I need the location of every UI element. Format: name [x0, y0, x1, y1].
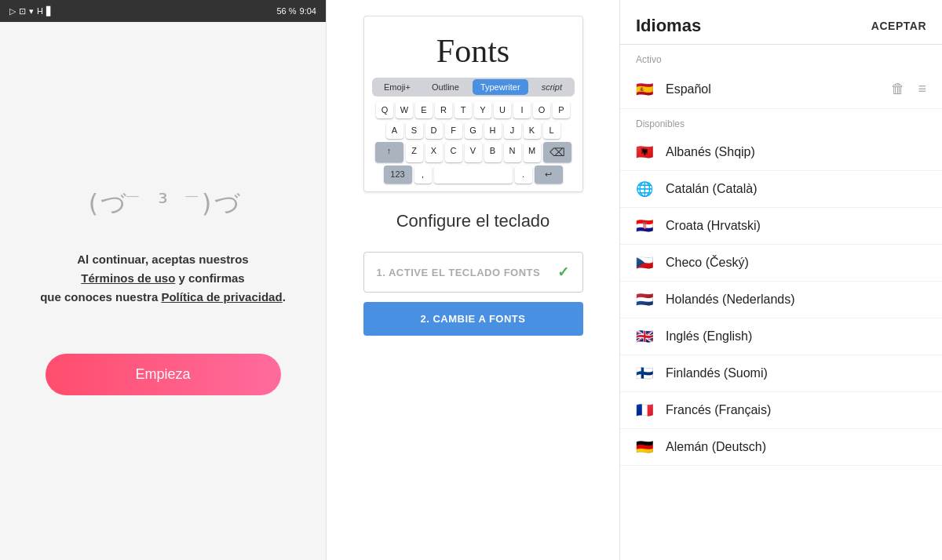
lang-name-croata: Croata (Hrvatski) — [666, 219, 926, 233]
key-u[interactable]: U — [494, 101, 511, 118]
key-row-3: ↑ Z X C V B N M ⌫ — [372, 142, 575, 162]
tab-outline[interactable]: Outline — [424, 79, 467, 95]
key-h[interactable]: H — [484, 122, 502, 139]
step1-button[interactable]: 1. ACTIVE EL TECLADO FONTS ✓ — [363, 252, 583, 293]
key-n[interactable]: N — [504, 142, 521, 162]
lang-item-ingles[interactable]: 🇬🇧 Inglés (English) — [620, 318, 942, 355]
lang-name-albanes: Albanés (Shqip) — [666, 145, 926, 159]
lang-item-aleman[interactable]: 🇩🇪 Alemán (Deutsch) — [620, 429, 942, 466]
languages-title: Idiomas — [636, 16, 701, 36]
key-comma[interactable]: , — [414, 165, 432, 184]
tab-script[interactable]: script — [534, 79, 570, 95]
key-123[interactable]: 123 — [384, 165, 412, 184]
lang-name-finlandes: Finlandés (Suomi) — [666, 366, 926, 380]
flag-finlandes: 🇫🇮 — [636, 366, 655, 380]
media-icon: ⊡ — [19, 6, 26, 16]
lang-item-espanol[interactable]: 🇪🇸 Español 🗑 ≡ — [620, 70, 942, 109]
flag-espanol: 🇪🇸 — [636, 82, 655, 96]
lang-name-frances: Francés (Français) — [666, 403, 926, 417]
key-t[interactable]: T — [455, 101, 472, 118]
lang-item-catalan[interactable]: 🌐 Catalán (Català) — [620, 171, 942, 208]
key-g[interactable]: G — [465, 122, 482, 139]
time-text: 9:04 — [300, 6, 316, 16]
step1-label: 1. ACTIVE EL TECLADO FONTS — [377, 267, 541, 278]
fonts-title: Fonts — [372, 32, 575, 70]
lang-item-albanes[interactable]: 🇦🇱 Albanés (Shqip) — [620, 134, 942, 171]
tab-emoji[interactable]: Emoji+ — [376, 79, 418, 95]
step2-button[interactable]: 2. CAMBIE A FONTS — [363, 302, 583, 336]
languages-panel: Idiomas ACEPTAR Activo 🇪🇸 Español 🗑 ≡ Di… — [620, 0, 942, 560]
font-tabs: Emoji+ Outline Typewriter script — [372, 78, 575, 96]
key-c[interactable]: C — [445, 142, 462, 162]
lang-item-checo[interactable]: 🇨🇿 Checo (Český) — [620, 245, 942, 282]
flag-albanes: 🇦🇱 — [636, 145, 655, 159]
key-row-2: A S D F G H J K L — [372, 122, 575, 139]
language-header: Idiomas ACEPTAR — [620, 0, 942, 45]
start-button[interactable]: Empieza — [46, 354, 281, 395]
wifi-icon: ▾ — [29, 6, 34, 16]
key-q[interactable]: Q — [376, 101, 393, 118]
key-d[interactable]: D — [425, 122, 443, 139]
emoji-art: (づ‾ ³ ‾)づ — [86, 188, 241, 218]
accept-button[interactable]: ACEPTAR — [871, 20, 926, 32]
flag-croata: 🇭🇷 — [636, 219, 655, 233]
bars-icon: ▋ — [46, 6, 53, 16]
key-f[interactable]: F — [445, 122, 462, 139]
available-section-title: Disponibles — [620, 109, 942, 134]
key-row-4: 123 , . ↩ — [372, 165, 575, 184]
key-o[interactable]: O — [533, 101, 550, 118]
trash-icon-espanol[interactable]: 🗑 — [891, 81, 905, 97]
key-enter[interactable]: ↩ — [535, 165, 563, 184]
active-section-title: Activo — [620, 45, 942, 70]
lang-item-frances[interactable]: 🇫🇷 Francés (Français) — [620, 392, 942, 429]
key-i[interactable]: I — [513, 101, 531, 118]
privacy-link[interactable]: Política de privacidad — [161, 290, 282, 304]
key-k[interactable]: K — [524, 122, 541, 139]
flag-frances: 🇫🇷 — [636, 403, 655, 417]
key-space[interactable] — [434, 165, 513, 184]
key-a[interactable]: A — [386, 122, 403, 139]
status-bar: ▷ ⊡ ▾ H ▋ 56 % 9:04 — [0, 0, 326, 22]
key-backspace[interactable]: ⌫ — [543, 142, 571, 162]
drag-icon-espanol[interactable]: ≡ — [918, 81, 926, 97]
key-m[interactable]: M — [524, 142, 541, 162]
battery-text: 56 % — [277, 6, 297, 16]
flag-aleman: 🇩🇪 — [636, 440, 655, 454]
configure-title: Configure el teclado — [396, 211, 550, 231]
key-r[interactable]: R — [435, 101, 452, 118]
lang-name-ingles: Inglés (English) — [666, 329, 926, 344]
onboarding-panel: ▷ ⊡ ▾ H ▋ 56 % 9:04 (づ‾ ³ ‾)づ Al continu… — [0, 0, 326, 560]
keyboard-keys: Q W E R T Y U I O P A S D F G H J K L — [372, 101, 575, 184]
key-e[interactable]: E — [415, 101, 433, 118]
key-shift[interactable]: ↑ — [375, 142, 403, 162]
key-j[interactable]: J — [504, 122, 521, 139]
flag-checo: 🇨🇿 — [636, 256, 655, 270]
status-bar-left: ▷ ⊡ ▾ H ▋ — [9, 6, 53, 16]
lang-actions-espanol: 🗑 ≡ — [891, 81, 926, 97]
language-list: Activo 🇪🇸 Español 🗑 ≡ Disponibles 🇦🇱 Alb… — [620, 45, 942, 560]
key-b[interactable]: B — [484, 142, 502, 162]
key-x[interactable]: X — [425, 142, 443, 162]
key-y[interactable]: Y — [474, 101, 491, 118]
step1-row: 1. ACTIVE EL TECLADO FONTS ✓ — [363, 247, 583, 297]
lang-name-holandes: Holandés (Nederlands) — [666, 293, 926, 307]
key-s[interactable]: S — [406, 122, 423, 139]
lang-name-catalan: Catalán (Català) — [666, 182, 926, 196]
key-l[interactable]: L — [543, 122, 560, 139]
key-p[interactable]: P — [553, 101, 570, 118]
lang-item-croata[interactable]: 🇭🇷 Croata (Hrvatski) — [620, 208, 942, 245]
key-w[interactable]: W — [396, 101, 413, 118]
checkmark-icon: ✓ — [557, 264, 570, 281]
key-v[interactable]: V — [465, 142, 482, 162]
status-bar-right: 56 % 9:04 — [277, 6, 317, 16]
lang-item-holandes[interactable]: 🇳🇱 Holandés (Nederlands) — [620, 282, 942, 318]
signal-icon: H — [37, 6, 43, 16]
key-row-1: Q W E R T Y U I O P — [372, 101, 575, 118]
terms-link[interactable]: Términos de uso — [81, 271, 175, 285]
lang-name-checo: Checo (Český) — [666, 256, 926, 270]
key-z[interactable]: Z — [406, 142, 423, 162]
lang-item-finlandes[interactable]: 🇫🇮 Finlandés (Suomi) — [620, 355, 942, 392]
key-period[interactable]: . — [515, 165, 532, 184]
keyboard-panel: Fonts Emoji+ Outline Typewriter script Q… — [326, 0, 620, 560]
tab-typewriter[interactable]: Typewriter — [473, 79, 528, 95]
